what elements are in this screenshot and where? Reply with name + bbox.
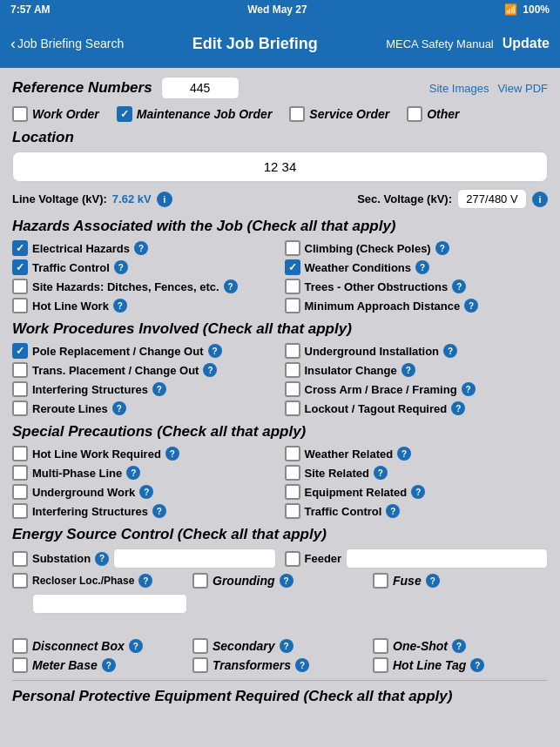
cb-traffic-control-sp-box[interactable]: [285, 503, 300, 519]
cb-secondary-box[interactable]: [192, 638, 208, 654]
cb-underground-work-box[interactable]: [12, 484, 28, 500]
cb-weather-related-box[interactable]: [285, 446, 300, 461]
cb-electrical-hazards-box[interactable]: [12, 240, 28, 256]
min-approach-help-icon[interactable]: ?: [464, 299, 478, 313]
reroute-lines-help-icon[interactable]: ?: [112, 401, 126, 415]
underground-installation-help-icon[interactable]: ?: [443, 344, 457, 358]
cb-disconnect-box-item[interactable]: Disconnect Box ?: [12, 638, 175, 654]
cb-underground-installation[interactable]: Underground Installation ?: [285, 343, 549, 359]
cb-site-related[interactable]: Site Related ?: [285, 465, 549, 481]
cb-recloser-box[interactable]: [12, 573, 28, 589]
cb-min-approach[interactable]: Minimum Approach Distance ?: [285, 298, 549, 313]
cb-traffic-control[interactable]: Traffic Control ?: [12, 259, 276, 275]
cb-interfering-structures-wp[interactable]: Interfering Structures ?: [12, 381, 276, 397]
cb-weather-related[interactable]: Weather Related ?: [285, 446, 549, 461]
cb-multi-phase[interactable]: Multi-Phase Line ?: [12, 465, 276, 481]
cb-secondary-item[interactable]: Secondary ?: [192, 638, 355, 654]
cb-substation-item[interactable]: Substation ?: [12, 548, 276, 569]
cb-feeder-box[interactable]: [285, 551, 300, 567]
cb-hotlinetag-item[interactable]: Hot Line Tag ?: [373, 657, 536, 673]
cb-climbing[interactable]: Climbing (Check Poles) ?: [285, 240, 549, 256]
cb-site-hazards[interactable]: Site Hazards: Ditches, Fences, etc. ?: [12, 279, 276, 294]
cb-climbing-box[interactable]: [285, 240, 300, 256]
cb-reroute-lines[interactable]: Reroute Lines ?: [12, 400, 276, 416]
cb-maintenance-job-order-box[interactable]: [117, 106, 132, 122]
cb-lockout-tagout-box[interactable]: [285, 400, 300, 416]
cb-underground-installation-box[interactable]: [285, 343, 300, 359]
cb-maintenance-job-order[interactable]: Maintenance Job Order: [117, 106, 273, 122]
site-hazards-help-icon[interactable]: ?: [224, 279, 238, 293]
weather-conditions-help-icon[interactable]: ?: [415, 260, 429, 274]
multi-phase-help-icon[interactable]: ?: [126, 466, 140, 480]
cb-fuse-item[interactable]: Fuse ?: [373, 573, 536, 589]
cb-traffic-control-sp[interactable]: Traffic Control ?: [285, 503, 549, 519]
cb-site-hazards-box[interactable]: [12, 279, 28, 294]
transformers-help-icon[interactable]: ?: [295, 658, 309, 672]
cb-interfering-structures-sp[interactable]: Interfering Structures ?: [12, 503, 276, 519]
cb-electrical-hazards[interactable]: Electrical Hazards ?: [12, 240, 276, 256]
cb-trees-box[interactable]: [285, 279, 300, 294]
climbing-help-icon[interactable]: ?: [435, 241, 449, 255]
cb-work-order[interactable]: Work Order: [12, 106, 99, 122]
cb-cross-arm[interactable]: Cross Arm / Brace / Framing ?: [285, 381, 549, 397]
cb-hot-line-required-box[interactable]: [12, 446, 28, 461]
recloser-input[interactable]: [32, 594, 187, 614]
cross-arm-help-icon[interactable]: ?: [462, 382, 476, 396]
cb-other-box[interactable]: [407, 106, 422, 122]
electrical-hazards-help-icon[interactable]: ?: [134, 241, 148, 255]
cb-trees[interactable]: Trees - Other Obstructions ?: [285, 279, 549, 294]
cb-service-order-box[interactable]: [289, 106, 305, 122]
cb-work-order-box[interactable]: [12, 106, 28, 122]
disconnect-help-icon[interactable]: ?: [129, 639, 143, 653]
cb-weather-conditions[interactable]: Weather Conditions ?: [285, 259, 549, 275]
substation-input[interactable]: [113, 548, 275, 569]
cb-interfering-structures-wp-box[interactable]: [12, 381, 28, 397]
traffic-control-help-icon[interactable]: ?: [114, 260, 128, 274]
cb-disconnect-box-cb[interactable]: [12, 638, 28, 654]
meter-base-help-icon[interactable]: ?: [102, 658, 116, 672]
cb-meter-base-box[interactable]: [12, 657, 28, 673]
fuse-help-icon[interactable]: ?: [426, 574, 440, 588]
underground-work-help-icon[interactable]: ?: [139, 485, 153, 499]
cb-substation-box[interactable]: [12, 551, 28, 567]
cb-trans-placement-box[interactable]: [12, 362, 28, 378]
cb-transformers-item[interactable]: Transformers ?: [192, 657, 355, 673]
lockout-tagout-help-icon[interactable]: ?: [451, 401, 465, 415]
hotlinetag-help-icon[interactable]: ?: [470, 658, 484, 672]
sec-voltage-info-icon[interactable]: i: [532, 192, 548, 207]
cb-pole-replacement-box[interactable]: [12, 343, 28, 359]
cb-trans-placement[interactable]: Trans. Placement / Change Out ?: [12, 362, 276, 378]
cb-grounding-item[interactable]: Grounding ?: [192, 573, 355, 589]
interfering-structures-sp-help-icon[interactable]: ?: [152, 504, 166, 518]
cb-site-related-box[interactable]: [285, 465, 300, 481]
weather-related-help-icon[interactable]: ?: [397, 447, 411, 461]
line-voltage-info-icon[interactable]: i: [157, 192, 172, 207]
oneshot-help-icon[interactable]: ?: [452, 639, 466, 653]
cb-equipment-related-box[interactable]: [285, 484, 300, 500]
cb-interfering-structures-sp-box[interactable]: [12, 503, 28, 519]
insulator-change-help-icon[interactable]: ?: [401, 363, 415, 377]
cb-hot-line-required[interactable]: Hot Line Work Required ?: [12, 446, 276, 461]
cb-pole-replacement[interactable]: Pole Replacement / Change Out ?: [12, 343, 276, 359]
cb-equipment-related[interactable]: Equipment Related ?: [285, 484, 549, 500]
substation-help-icon[interactable]: ?: [95, 552, 109, 566]
site-images-link[interactable]: Site Images: [429, 82, 489, 95]
pole-replacement-help-icon[interactable]: ?: [208, 344, 222, 358]
cb-hotlinetag-box[interactable]: [373, 657, 388, 673]
hot-line-work-help-icon[interactable]: ?: [113, 299, 127, 313]
cb-lockout-tagout[interactable]: Lockout / Tagout Required ?: [285, 400, 549, 416]
cb-insulator-change-box[interactable]: [285, 362, 300, 378]
cb-oneshot-item[interactable]: One-Shot ?: [373, 638, 536, 654]
cb-fuse-box[interactable]: [373, 573, 388, 589]
cb-weather-conditions-box[interactable]: [285, 259, 300, 275]
cb-recloser-item[interactable]: Recloser Loc./Phase ?: [12, 573, 187, 589]
secondary-help-icon[interactable]: ?: [280, 639, 293, 653]
site-related-help-icon[interactable]: ?: [374, 466, 388, 480]
recloser-help-icon[interactable]: ?: [138, 574, 152, 588]
cb-oneshot-box[interactable]: [373, 638, 388, 654]
cb-insulator-change[interactable]: Insulator Change ?: [285, 362, 549, 378]
cb-meter-base-item[interactable]: Meter Base ?: [12, 657, 175, 673]
cb-hot-line-work[interactable]: Hot Line Work ?: [12, 298, 276, 313]
cb-other[interactable]: Other: [407, 106, 459, 122]
hot-line-required-help-icon[interactable]: ?: [165, 447, 179, 461]
